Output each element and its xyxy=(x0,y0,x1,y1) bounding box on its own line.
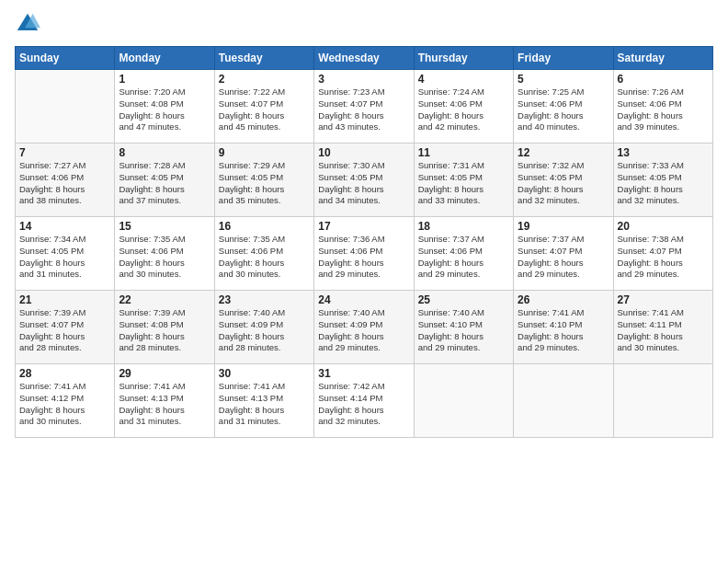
calendar-week-row: 14Sunrise: 7:34 AM Sunset: 4:05 PM Dayli… xyxy=(16,217,713,291)
day-number: 13 xyxy=(618,146,709,159)
day-number: 11 xyxy=(418,146,509,159)
calendar-cell: 15Sunrise: 7:35 AM Sunset: 4:06 PM Dayli… xyxy=(115,217,214,291)
calendar-header-thursday: Thursday xyxy=(414,47,513,70)
day-info: Sunrise: 7:33 AM Sunset: 4:05 PM Dayligh… xyxy=(618,160,709,207)
day-number: 6 xyxy=(618,73,709,86)
calendar-cell: 2Sunrise: 7:22 AM Sunset: 4:07 PM Daylig… xyxy=(214,70,313,144)
day-info: Sunrise: 7:39 AM Sunset: 4:08 PM Dayligh… xyxy=(119,307,210,354)
logo xyxy=(15,11,44,37)
day-info: Sunrise: 7:42 AM Sunset: 4:14 PM Dayligh… xyxy=(318,381,409,428)
calendar-cell xyxy=(16,70,115,144)
calendar-cell: 5Sunrise: 7:25 AM Sunset: 4:06 PM Daylig… xyxy=(514,70,613,144)
day-info: Sunrise: 7:40 AM Sunset: 4:10 PM Dayligh… xyxy=(418,307,509,354)
day-number: 8 xyxy=(119,146,210,159)
page: SundayMondayTuesdayWednesdayThursdayFrid… xyxy=(0,0,728,563)
day-number: 16 xyxy=(219,220,310,233)
day-number: 29 xyxy=(119,367,210,380)
day-info: Sunrise: 7:35 AM Sunset: 4:06 PM Dayligh… xyxy=(119,234,210,281)
day-info: Sunrise: 7:32 AM Sunset: 4:05 PM Dayligh… xyxy=(518,160,609,207)
calendar-week-row: 1Sunrise: 7:20 AM Sunset: 4:08 PM Daylig… xyxy=(16,70,713,144)
day-number: 31 xyxy=(318,367,409,380)
calendar-cell: 9Sunrise: 7:29 AM Sunset: 4:05 PM Daylig… xyxy=(214,144,313,217)
day-number: 24 xyxy=(318,293,409,306)
day-info: Sunrise: 7:20 AM Sunset: 4:08 PM Dayligh… xyxy=(119,86,210,133)
day-number: 9 xyxy=(219,146,310,159)
day-info: Sunrise: 7:38 AM Sunset: 4:07 PM Dayligh… xyxy=(618,234,709,281)
calendar-cell: 27Sunrise: 7:41 AM Sunset: 4:11 PM Dayli… xyxy=(613,291,712,364)
day-number: 10 xyxy=(318,146,409,159)
calendar-cell: 14Sunrise: 7:34 AM Sunset: 4:05 PM Dayli… xyxy=(16,217,115,291)
day-info: Sunrise: 7:24 AM Sunset: 4:06 PM Dayligh… xyxy=(418,86,509,133)
day-number: 30 xyxy=(219,367,310,380)
day-number: 12 xyxy=(518,146,609,159)
day-info: Sunrise: 7:41 AM Sunset: 4:10 PM Dayligh… xyxy=(518,307,609,354)
day-info: Sunrise: 7:41 AM Sunset: 4:13 PM Dayligh… xyxy=(119,381,210,428)
calendar-cell: 19Sunrise: 7:37 AM Sunset: 4:07 PM Dayli… xyxy=(514,217,613,291)
day-number: 21 xyxy=(19,293,110,306)
calendar-cell: 1Sunrise: 7:20 AM Sunset: 4:08 PM Daylig… xyxy=(115,70,214,144)
calendar-header-wednesday: Wednesday xyxy=(314,47,414,70)
day-number: 25 xyxy=(418,293,509,306)
day-info: Sunrise: 7:22 AM Sunset: 4:07 PM Dayligh… xyxy=(219,86,310,133)
day-number: 14 xyxy=(19,220,110,233)
day-info: Sunrise: 7:39 AM Sunset: 4:07 PM Dayligh… xyxy=(19,307,110,354)
day-info: Sunrise: 7:25 AM Sunset: 4:06 PM Dayligh… xyxy=(518,86,609,133)
day-info: Sunrise: 7:31 AM Sunset: 4:05 PM Dayligh… xyxy=(418,160,509,207)
calendar-cell: 26Sunrise: 7:41 AM Sunset: 4:10 PM Dayli… xyxy=(514,291,613,364)
calendar-cell: 17Sunrise: 7:36 AM Sunset: 4:06 PM Dayli… xyxy=(314,217,414,291)
calendar-cell: 31Sunrise: 7:42 AM Sunset: 4:14 PM Dayli… xyxy=(314,364,414,438)
calendar-cell: 10Sunrise: 7:30 AM Sunset: 4:05 PM Dayli… xyxy=(314,144,414,217)
day-number: 15 xyxy=(119,220,210,233)
day-info: Sunrise: 7:28 AM Sunset: 4:05 PM Dayligh… xyxy=(119,160,210,207)
calendar-cell: 25Sunrise: 7:40 AM Sunset: 4:10 PM Dayli… xyxy=(414,291,513,364)
calendar-week-row: 21Sunrise: 7:39 AM Sunset: 4:07 PM Dayli… xyxy=(16,291,713,364)
day-number: 17 xyxy=(318,220,409,233)
day-info: Sunrise: 7:41 AM Sunset: 4:11 PM Dayligh… xyxy=(618,307,709,354)
day-info: Sunrise: 7:41 AM Sunset: 4:12 PM Dayligh… xyxy=(19,381,110,428)
calendar-header-sunday: Sunday xyxy=(16,47,115,70)
calendar-cell xyxy=(414,364,513,438)
calendar-cell: 11Sunrise: 7:31 AM Sunset: 4:05 PM Dayli… xyxy=(414,144,513,217)
day-info: Sunrise: 7:26 AM Sunset: 4:06 PM Dayligh… xyxy=(618,86,709,133)
calendar-cell: 23Sunrise: 7:40 AM Sunset: 4:09 PM Dayli… xyxy=(214,291,313,364)
calendar-cell: 16Sunrise: 7:35 AM Sunset: 4:06 PM Dayli… xyxy=(214,217,313,291)
calendar-cell: 29Sunrise: 7:41 AM Sunset: 4:13 PM Dayli… xyxy=(115,364,214,438)
day-info: Sunrise: 7:34 AM Sunset: 4:05 PM Dayligh… xyxy=(19,234,110,281)
day-number: 1 xyxy=(119,73,210,86)
day-info: Sunrise: 7:23 AM Sunset: 4:07 PM Dayligh… xyxy=(318,86,409,133)
day-number: 23 xyxy=(219,293,310,306)
day-info: Sunrise: 7:36 AM Sunset: 4:06 PM Dayligh… xyxy=(318,234,409,281)
calendar-cell xyxy=(613,364,712,438)
day-info: Sunrise: 7:35 AM Sunset: 4:06 PM Dayligh… xyxy=(219,234,310,281)
calendar-header-row: SundayMondayTuesdayWednesdayThursdayFrid… xyxy=(16,47,713,70)
calendar-cell: 22Sunrise: 7:39 AM Sunset: 4:08 PM Dayli… xyxy=(115,291,214,364)
day-number: 22 xyxy=(119,293,210,306)
calendar-cell: 7Sunrise: 7:27 AM Sunset: 4:06 PM Daylig… xyxy=(16,144,115,217)
calendar-cell: 6Sunrise: 7:26 AM Sunset: 4:06 PM Daylig… xyxy=(613,70,712,144)
calendar-cell: 18Sunrise: 7:37 AM Sunset: 4:06 PM Dayli… xyxy=(414,217,513,291)
calendar-cell: 20Sunrise: 7:38 AM Sunset: 4:07 PM Dayli… xyxy=(613,217,712,291)
calendar-cell: 4Sunrise: 7:24 AM Sunset: 4:06 PM Daylig… xyxy=(414,70,513,144)
day-number: 2 xyxy=(219,73,310,86)
calendar-cell: 30Sunrise: 7:41 AM Sunset: 4:13 PM Dayli… xyxy=(214,364,313,438)
day-info: Sunrise: 7:40 AM Sunset: 4:09 PM Dayligh… xyxy=(318,307,409,354)
calendar-cell: 21Sunrise: 7:39 AM Sunset: 4:07 PM Dayli… xyxy=(16,291,115,364)
day-info: Sunrise: 7:37 AM Sunset: 4:06 PM Dayligh… xyxy=(418,234,509,281)
day-number: 27 xyxy=(618,293,709,306)
calendar-cell: 12Sunrise: 7:32 AM Sunset: 4:05 PM Dayli… xyxy=(514,144,613,217)
calendar-cell: 28Sunrise: 7:41 AM Sunset: 4:12 PM Dayli… xyxy=(16,364,115,438)
calendar-week-row: 28Sunrise: 7:41 AM Sunset: 4:12 PM Dayli… xyxy=(16,364,713,438)
calendar: SundayMondayTuesdayWednesdayThursdayFrid… xyxy=(15,46,713,438)
calendar-header-saturday: Saturday xyxy=(613,47,712,70)
calendar-cell: 24Sunrise: 7:40 AM Sunset: 4:09 PM Dayli… xyxy=(314,291,414,364)
calendar-cell xyxy=(514,364,613,438)
logo-icon xyxy=(15,11,40,37)
day-number: 3 xyxy=(318,73,409,86)
day-number: 18 xyxy=(418,220,509,233)
day-info: Sunrise: 7:27 AM Sunset: 4:06 PM Dayligh… xyxy=(19,160,110,207)
day-number: 20 xyxy=(618,220,709,233)
day-number: 19 xyxy=(518,220,609,233)
day-info: Sunrise: 7:40 AM Sunset: 4:09 PM Dayligh… xyxy=(219,307,310,354)
calendar-header-friday: Friday xyxy=(514,47,613,70)
calendar-cell: 13Sunrise: 7:33 AM Sunset: 4:05 PM Dayli… xyxy=(613,144,712,217)
